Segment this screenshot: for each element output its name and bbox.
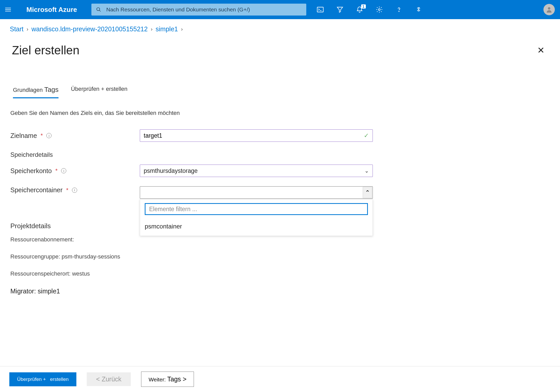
row-speichercontainer: Speichercontainer * i ⌃ psmcontainer [10, 186, 560, 199]
help-icon[interactable] [395, 6, 403, 13]
line-ressourcenabonnement: Ressourcenabonnement: [10, 236, 560, 243]
field-label: Speicherkonto [10, 167, 52, 175]
chevron-right-icon: › [151, 26, 152, 32]
feedback-icon[interactable] [415, 6, 422, 13]
user-avatar[interactable] [543, 4, 555, 15]
page-title: Ziel erstellen [12, 43, 79, 57]
svg-point-5 [399, 11, 399, 12]
button-label-suffix: erstellen [50, 376, 69, 382]
svg-point-0 [97, 8, 100, 11]
dropdown-panel: psmcontainer [140, 199, 373, 236]
svg-point-4 [378, 9, 380, 11]
breadcrumb-migrator[interactable]: simple1 [156, 25, 178, 33]
top-bar: Microsoft Azure 1 [0, 0, 560, 19]
field-label: Zielname [10, 132, 37, 139]
label-speichercontainer: Speichercontainer * i [10, 186, 140, 194]
dropdown-filter-input[interactable] [149, 206, 363, 213]
line-ressourcengruppe: Ressourcengruppe: psm-thursday-sessions [10, 253, 560, 260]
svg-rect-2 [317, 7, 323, 12]
brand-label[interactable]: Microsoft Azure [26, 6, 77, 14]
helper-text: Geben Sie den Namen des Ziels ein, das S… [10, 110, 560, 116]
button-label-prefix: Weiter: [149, 376, 166, 382]
tab-bar: Grundlagen Tags Überprüfen + erstellen [13, 86, 560, 98]
svg-point-7 [418, 10, 419, 10]
close-icon[interactable]: ✕ [537, 45, 544, 55]
label-speicherkonto: Speicherkonto * i [10, 167, 140, 175]
form-body: Geben Sie den Namen des Ziels ein, das S… [0, 98, 560, 295]
settings-gear-icon[interactable] [376, 6, 383, 13]
required-asterisk: * [55, 167, 58, 174]
breadcrumb-start[interactable]: Start [10, 25, 24, 33]
button-label: Tags > [167, 375, 186, 383]
notifications-icon[interactable]: 1 [356, 6, 363, 13]
tab-label-suffix: Tags [44, 86, 59, 93]
back-button: < Zurück [87, 372, 131, 386]
row-speicherkonto: Speicherkonto * i psmthursdaystorage ⌄ [10, 165, 560, 177]
row-zielname: Zielname * i ✓ [10, 129, 560, 142]
top-icons-group: 1 [317, 6, 422, 13]
review-create-button[interactable]: Überprüfen + erstellen [9, 372, 76, 386]
svg-line-1 [99, 10, 100, 12]
svg-point-6 [418, 8, 419, 9]
button-label-prefix: < [96, 375, 100, 383]
chevron-right-icon: › [27, 26, 28, 32]
info-icon[interactable]: i [46, 133, 52, 138]
check-icon: ✓ [364, 132, 369, 139]
required-asterisk: * [41, 132, 43, 139]
cloud-shell-icon[interactable] [317, 6, 324, 13]
search-icon [96, 7, 101, 12]
input-zielname[interactable] [144, 132, 364, 139]
tab-label: Grundlagen [13, 87, 43, 93]
line-migrator: Migrator: simple1 [10, 287, 560, 295]
chevron-right-icon: › [181, 26, 183, 32]
select-speichercontainer-toggle[interactable]: ⌃ [140, 186, 373, 199]
input-zielname-wrap: ✓ [140, 129, 373, 142]
chevron-down-icon: ⌄ [365, 168, 369, 174]
select-speichercontainer: ⌃ psmcontainer [140, 186, 373, 199]
tab-grundlagen[interactable]: Grundlagen Tags [13, 86, 59, 98]
global-search[interactable] [91, 4, 306, 16]
page-header: Ziel erstellen ✕ [0, 33, 560, 57]
search-input[interactable] [106, 6, 302, 13]
dropdown-filter-wrap [145, 203, 368, 215]
heading-speicherdetails: Speicherdetails [10, 151, 560, 158]
hamburger-menu-icon[interactable] [5, 5, 13, 14]
notification-badge: 1 [361, 4, 366, 9]
button-label-prefix: Überprüfen + [17, 376, 46, 382]
chevron-up-icon: ⌃ [363, 187, 372, 198]
filter-icon[interactable] [336, 6, 344, 13]
required-asterisk: * [66, 187, 69, 194]
label-zielname: Zielname * i [10, 132, 140, 139]
select-value: psmthursdaystorage [144, 167, 198, 174]
button-label: Zurück [102, 375, 121, 383]
select-speicherkonto[interactable]: psmthursdaystorage ⌄ [140, 165, 373, 177]
dropdown-option-psmcontainer[interactable]: psmcontainer [140, 219, 373, 236]
tab-review[interactable]: Überprüfen + erstellen [71, 86, 127, 98]
svg-point-8 [548, 7, 550, 10]
next-button[interactable]: Weiter: Tags > [141, 372, 194, 387]
footer-bar: Überprüfen + erstellen < Zurück Weiter: … [0, 366, 560, 392]
line-ressourcenspeicherort: Ressourcenspeicherort: westus [10, 270, 560, 277]
breadcrumb-resource[interactable]: wandisco.ldm-preview-20201005155212 [31, 25, 148, 33]
info-icon[interactable]: i [72, 188, 77, 193]
field-label: Speichercontainer [10, 186, 63, 194]
breadcrumb: Start › wandisco.ldm-preview-20201005155… [0, 19, 560, 33]
info-icon[interactable]: i [61, 168, 66, 173]
